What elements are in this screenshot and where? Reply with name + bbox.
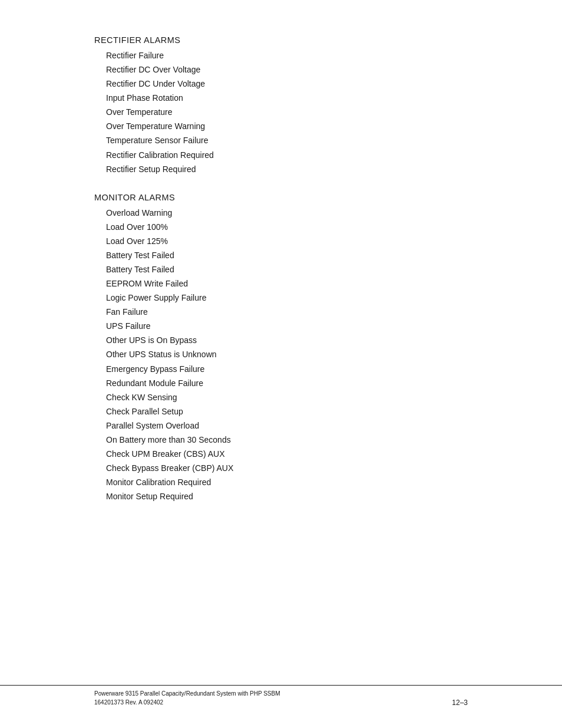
list-item: Input Phase Rotation xyxy=(106,91,468,105)
list-item: Logic Power Supply Failure xyxy=(106,291,468,305)
section-items-monitor-alarms: Overload WarningLoad Over 100%Load Over … xyxy=(94,206,468,504)
list-item: Rectifier Setup Required xyxy=(106,162,468,176)
footer-line2: 164201373 Rev. A 092402 xyxy=(94,698,280,707)
list-item: Other UPS is On Bypass xyxy=(106,333,468,347)
list-item: On Battery more than 30 Seconds xyxy=(106,433,468,447)
list-item: Rectifier DC Over Voltage xyxy=(106,62,468,77)
list-item: Monitor Setup Required xyxy=(106,489,468,503)
list-item: Over Temperature Warning xyxy=(106,119,468,133)
list-item: Other UPS Status is Unknown xyxy=(106,347,468,361)
section-rectifier-alarms: RECTIFIER ALARMSRectifier FailureRectifi… xyxy=(94,35,468,176)
list-item: Check UPM Breaker (CBS) AUX xyxy=(106,447,468,461)
footer-left: Powerware 9315 Parallel Capacity/Redunda… xyxy=(94,689,280,707)
list-item: Over Temperature xyxy=(106,105,468,119)
list-item: Load Over 100% xyxy=(106,220,468,234)
list-item: Redundant Module Failure xyxy=(106,376,468,390)
list-item: EEPROM Write Failed xyxy=(106,276,468,291)
list-item: Rectifier Failure xyxy=(106,48,468,62)
list-item: Check Parallel Setup xyxy=(106,404,468,419)
list-item: Rectifier Calibration Required xyxy=(106,148,468,162)
list-item: Overload Warning xyxy=(106,206,468,220)
section-title-rectifier-alarms: RECTIFIER ALARMS xyxy=(94,35,468,45)
list-item: Check Bypass Breaker (CBP) AUX xyxy=(106,461,468,475)
list-item: Rectifier DC Under Voltage xyxy=(106,77,468,91)
page-content: RECTIFIER ALARMSRectifier FailureRectifi… xyxy=(0,0,562,579)
list-item: Temperature Sensor Failure xyxy=(106,133,468,147)
footer-line1: Powerware 9315 Parallel Capacity/Redunda… xyxy=(94,689,280,698)
list-item: Parallel System Overload xyxy=(106,419,468,433)
list-item: Monitor Calibration Required xyxy=(106,475,468,489)
section-monitor-alarms: MONITOR ALARMSOverload WarningLoad Over … xyxy=(94,193,468,504)
list-item: Emergency Bypass Failure xyxy=(106,362,468,376)
list-item: Battery Test Failed xyxy=(106,262,468,276)
list-item: Battery Test Failed xyxy=(106,248,468,262)
footer-page-number: 12–3 xyxy=(452,699,468,707)
list-item: UPS Failure xyxy=(106,319,468,333)
section-title-monitor-alarms: MONITOR ALARMS xyxy=(94,193,468,202)
list-item: Load Over 125% xyxy=(106,234,468,248)
list-item: Fan Failure xyxy=(106,305,468,319)
section-items-rectifier-alarms: Rectifier FailureRectifier DC Over Volta… xyxy=(94,48,468,176)
page-footer: Powerware 9315 Parallel Capacity/Redunda… xyxy=(0,685,562,707)
list-item: Check KW Sensing xyxy=(106,390,468,404)
